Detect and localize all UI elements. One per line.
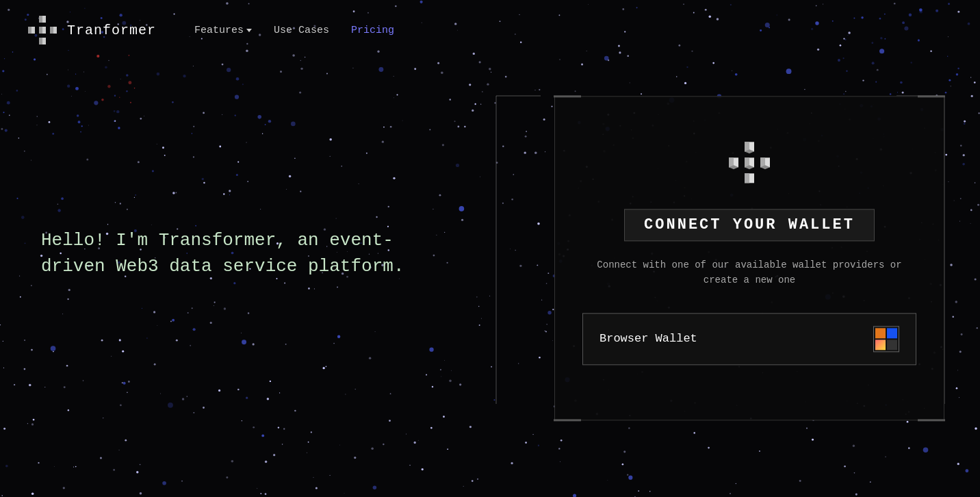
panel-logo-icon xyxy=(725,138,774,187)
corner-decoration-br xyxy=(918,419,945,421)
chevron-down-icon xyxy=(246,29,252,32)
wallet-button-label: Browser Wallet xyxy=(599,333,697,346)
svg-rect-7 xyxy=(39,38,42,44)
svg-rect-9 xyxy=(50,27,53,34)
connect-subtitle: Connect with one of our available wallet… xyxy=(582,257,916,288)
svg-rect-8 xyxy=(28,27,31,34)
rainbow-icon-cell xyxy=(875,340,886,350)
nav-pricing[interactable]: Pricing xyxy=(351,25,394,36)
browser-wallet-button[interactable]: Browser Wallet xyxy=(582,313,916,365)
navigation: Tranformer Features Use Cases Pricing xyxy=(0,0,980,60)
hero-text: Hello! I'm Transformer, an event-driven … xyxy=(41,228,438,279)
brand-name: Tranformer xyxy=(67,23,156,38)
other-wallet-icon-cell xyxy=(887,340,897,350)
nav-links: Features Use Cases Pricing xyxy=(194,25,394,36)
connect-title: CONNECT YOUR WALLET xyxy=(644,216,855,233)
brand-logo[interactable]: Tranformer xyxy=(25,12,156,48)
nav-use-cases[interactable]: Use Cases xyxy=(274,25,329,36)
svg-rect-17 xyxy=(745,173,749,183)
coinbase-icon-cell xyxy=(887,328,897,338)
corner-decoration-bl xyxy=(554,419,581,421)
svg-rect-6 xyxy=(39,27,42,34)
wallet-icon-grid xyxy=(873,326,899,352)
connect-title-box: CONNECT YOUR WALLET xyxy=(624,209,875,241)
hero-section: Hello! I'm Transformer, an event-driven … xyxy=(41,228,438,279)
nav-features[interactable]: Features xyxy=(194,25,252,36)
connect-wallet-panel: CONNECT YOUR WALLET Connect with one of … xyxy=(554,96,944,420)
svg-rect-5 xyxy=(39,16,42,23)
metamask-icon-cell xyxy=(875,328,886,338)
